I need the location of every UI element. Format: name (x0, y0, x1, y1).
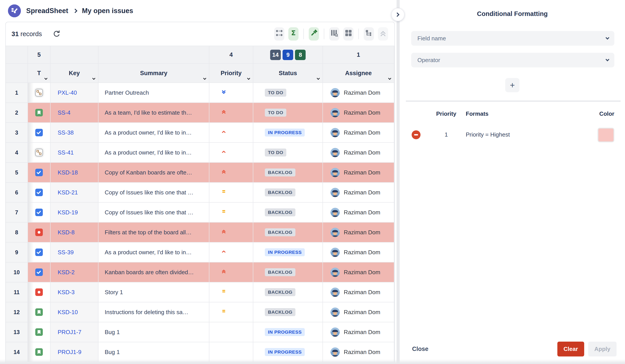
summary-cell[interactable]: Copy of Kanban boards are ofte… (98, 163, 209, 183)
remove-rule-button[interactable] (412, 130, 421, 139)
assignee-cell[interactable]: Raziman Dom (323, 302, 394, 322)
assignee-cell[interactable]: Raziman Dom (323, 322, 394, 342)
issue-key-link[interactable]: KSD-21 (58, 189, 78, 196)
priority-cell[interactable] (209, 263, 253, 282)
status-cell[interactable]: BACKLOG (253, 203, 323, 223)
column-dropdown-chevron-icon[interactable] (92, 77, 95, 80)
priority-cell[interactable] (209, 322, 253, 342)
status-cell[interactable]: TO DO (253, 103, 323, 123)
row-number[interactable]: 9 (6, 243, 28, 263)
row-number[interactable]: 4 (6, 143, 28, 163)
priority-cell[interactable] (209, 163, 253, 183)
issue-type-cell[interactable] (28, 203, 51, 223)
status-cell[interactable]: BACKLOG (253, 282, 323, 302)
priority-cell[interactable] (209, 223, 253, 243)
issue-key-cell[interactable]: KSD-8 (51, 223, 98, 243)
row-number[interactable]: 13 (6, 322, 28, 342)
row-number[interactable]: 11 (6, 282, 28, 302)
refresh-button[interactable] (52, 29, 62, 39)
issue-key-cell[interactable]: SS-38 (51, 123, 98, 143)
column-header-type[interactable]: T (28, 64, 51, 83)
priority-cell[interactable] (209, 302, 253, 322)
row-number[interactable]: 12 (6, 302, 28, 322)
row-number[interactable]: 6 (6, 183, 28, 203)
issue-key-link[interactable]: SS-39 (58, 249, 74, 256)
summary-cell[interactable]: As a product owner, I'd like to in… (98, 243, 209, 263)
issue-key-link[interactable]: PROJ1-7 (58, 329, 81, 336)
status-cell[interactable]: BACKLOG (253, 263, 323, 282)
row-number[interactable]: 7 (6, 203, 28, 223)
issue-key-cell[interactable]: SS-4 (51, 103, 98, 123)
issue-key-cell[interactable]: SS-39 (51, 243, 98, 263)
column-dropdown-chevron-icon[interactable] (388, 77, 391, 80)
issue-key-cell[interactable]: KSD-2 (51, 263, 98, 282)
column-header-assignee[interactable]: Assignee (323, 64, 394, 83)
assignee-cell[interactable]: Raziman Dom (323, 203, 394, 223)
clear-button[interactable]: Clear (557, 342, 584, 357)
issue-type-cell[interactable] (28, 163, 51, 183)
status-cell[interactable]: TO DO (253, 143, 323, 163)
summary-cell[interactable]: As a team, I'd like to estimate th… (98, 103, 209, 123)
sum-aggregate-button[interactable]: Σ (288, 27, 299, 41)
priority-cell[interactable] (209, 143, 253, 163)
column-dropdown-chevron-icon[interactable] (317, 77, 320, 80)
status-cell[interactable]: BACKLOG (253, 223, 323, 243)
row-number[interactable]: 1 (6, 83, 28, 103)
priority-cell[interactable] (209, 103, 253, 123)
priority-cell[interactable] (209, 282, 253, 302)
assignee-cell[interactable]: Raziman Dom (323, 103, 394, 123)
row-number[interactable]: 5 (6, 163, 28, 183)
layout-grid-button[interactable] (343, 27, 353, 41)
issue-key-link[interactable]: KSD-10 (58, 309, 78, 316)
summary-cell[interactable]: Instructions for deleting this sa… (98, 302, 209, 322)
row-number[interactable]: 8 (6, 223, 28, 243)
status-cell[interactable]: IN PROGRESS (253, 123, 323, 143)
column-header-priority[interactable]: Priority (209, 64, 253, 83)
status-cell[interactable]: BACKLOG (253, 302, 323, 322)
issue-key-cell[interactable]: KSD-10 (51, 302, 98, 322)
close-button[interactable]: Close (412, 346, 429, 353)
summary-cell[interactable]: As a product owner, I'd like to in… (98, 123, 209, 143)
column-dropdown-chevron-icon[interactable] (203, 77, 206, 80)
issue-key-link[interactable]: SS-38 (58, 129, 74, 136)
issue-type-cell[interactable] (28, 103, 51, 123)
issue-key-cell[interactable]: KSD-18 (51, 163, 98, 183)
assignee-cell[interactable]: Raziman Dom (323, 263, 394, 282)
column-dropdown-chevron-icon[interactable] (44, 77, 47, 80)
status-cell[interactable]: BACKLOG (253, 183, 323, 203)
assignee-cell[interactable]: Raziman Dom (323, 223, 394, 243)
column-header-key[interactable]: Key (51, 64, 98, 83)
operator-select[interactable]: Operator (411, 53, 614, 67)
breadcrumb-app-name[interactable]: SpreadSheet (26, 7, 68, 15)
assignee-cell[interactable]: Raziman Dom (323, 282, 394, 302)
priority-cell[interactable] (209, 123, 253, 143)
issue-type-cell[interactable] (28, 143, 51, 163)
issue-type-cell[interactable] (28, 263, 51, 282)
status-cell[interactable]: BACKLOG (253, 163, 323, 183)
issue-key-link[interactable]: SS-41 (58, 149, 74, 156)
field-name-select[interactable]: Field name (411, 31, 614, 46)
status-cell[interactable]: TO DO (253, 83, 323, 103)
issue-type-cell[interactable] (28, 223, 51, 243)
summary-cell[interactable]: Kanban boards are often divided… (98, 263, 209, 282)
issue-type-cell[interactable] (28, 302, 51, 322)
spreadsheet-logo-icon[interactable] (8, 4, 21, 17)
assignee-cell[interactable]: Raziman Dom (323, 143, 394, 163)
column-dropdown-chevron-icon[interactable] (247, 77, 250, 80)
issue-key-cell[interactable]: KSD-3 (51, 282, 98, 302)
row-number[interactable]: 3 (6, 123, 28, 143)
issue-key-link[interactable]: SS-4 (58, 109, 70, 116)
summary-cell[interactable]: Filters at the top of the board all… (98, 223, 209, 243)
assignee-cell[interactable]: Raziman Dom (323, 83, 394, 103)
issue-type-cell[interactable] (28, 83, 51, 103)
assignee-cell[interactable]: Raziman Dom (323, 183, 394, 203)
priority-cell[interactable] (209, 243, 253, 263)
issue-key-link[interactable]: KSD-18 (58, 169, 78, 176)
hierarchy-button[interactable] (364, 27, 374, 41)
assignee-cell[interactable]: Raziman Dom (323, 163, 394, 183)
summary-cell[interactable]: Copy of Issues like this one that … (98, 203, 209, 223)
row-number[interactable]: 10 (6, 263, 28, 282)
add-rule-button[interactable]: + (505, 78, 519, 92)
issue-type-cell[interactable] (28, 282, 51, 302)
row-number[interactable]: 2 (6, 103, 28, 123)
